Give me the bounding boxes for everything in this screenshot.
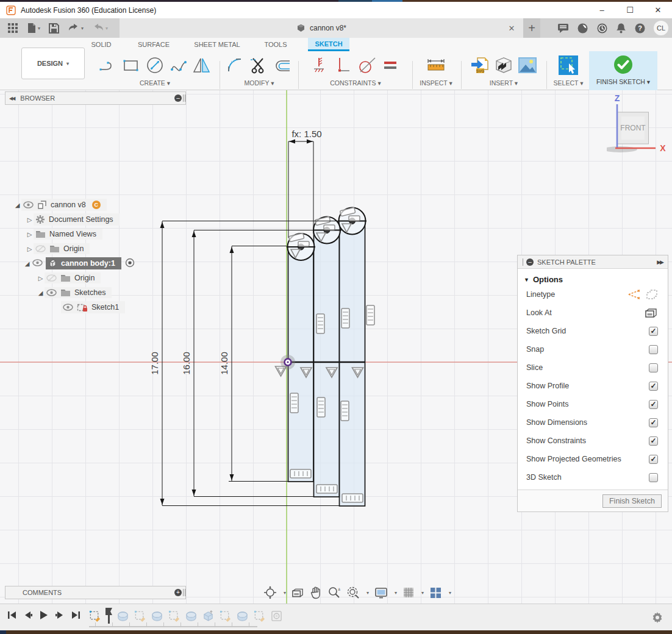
minimize-button[interactable]: – — [588, 2, 616, 18]
sketch-grid-checkbox[interactable] — [649, 327, 658, 336]
view-cube-face-label[interactable]: FRONT — [620, 124, 646, 132]
equal-constraint-icon[interactable] — [382, 57, 398, 73]
undo-icon[interactable]: ▾ — [65, 21, 86, 35]
insert-canvas-icon[interactable] — [518, 57, 537, 74]
projected-linetype-icon[interactable] — [646, 289, 658, 300]
redo-icon[interactable]: ▾ — [90, 21, 110, 35]
tree-item-label[interactable]: Origin — [63, 244, 84, 253]
show-constraints-checkbox[interactable] — [649, 436, 658, 446]
tree-item-origin[interactable]: ▷ Origin — [5, 241, 188, 256]
view-cube[interactable]: Z X FRONT — [607, 93, 671, 162]
notifications-bell-icon[interactable] — [616, 23, 626, 34]
show-profile-checkbox[interactable] — [649, 382, 658, 391]
new-tab-button[interactable]: + — [523, 18, 540, 38]
snap-checkbox[interactable] — [649, 345, 658, 354]
comment-icon[interactable] — [557, 23, 569, 34]
avatar[interactable]: CL — [654, 21, 668, 35]
show-points-checkbox[interactable] — [649, 400, 658, 409]
insert-mesh-icon[interactable] — [495, 55, 513, 75]
measure-tool-icon[interactable] — [426, 56, 446, 74]
document-tab[interactable]: cannon v8* ✕ — [120, 18, 523, 38]
tree-item-label[interactable]: Origin — [74, 274, 95, 282]
timeline-feature-sketch-icon[interactable] — [89, 610, 101, 622]
tree-item-label[interactable]: Named Views — [49, 230, 96, 238]
comments-panel-header[interactable]: COMMENTS + — [5, 586, 186, 599]
tree-item-named-views[interactable]: ▷ Named Views — [5, 227, 188, 241]
tab-sketch[interactable]: SKETCH — [308, 38, 349, 51]
tree-item-sketch1[interactable]: Sketch1 — [5, 300, 188, 315]
tree-item-label[interactable]: Sketch1 — [91, 303, 119, 312]
fix-constraint-icon[interactable] — [313, 56, 330, 74]
collapse-panel-icon[interactable]: ◀◀ — [9, 96, 14, 101]
tree-item-document-settings[interactable]: ▷ Document Settings — [5, 212, 188, 227]
insert-svg-icon[interactable]: SVG — [470, 55, 490, 75]
tree-item-component[interactable]: ◢ cannon body:1 — [5, 256, 188, 271]
origin-point[interactable] — [281, 355, 295, 369]
expanded-caret-icon[interactable]: ◢ — [13, 202, 21, 208]
spline-tool-icon[interactable] — [170, 56, 188, 74]
select-tool-icon[interactable] — [557, 54, 579, 76]
visibility-eye-icon[interactable] — [46, 289, 57, 296]
extensions-icon[interactable] — [577, 23, 588, 34]
show-dimensions-checkbox[interactable] — [649, 418, 658, 427]
sketch-canvas[interactable]: 17.00 16.00 14.00 fx: 1.50 — [0, 90, 672, 604]
tab-close-icon[interactable]: ✕ — [506, 23, 517, 34]
tree-item-sketches[interactable]: ◢ Sketches — [5, 285, 188, 300]
collapse-right-icon[interactable]: ▶▶ — [657, 259, 663, 265]
tree-item-origin-sub[interactable]: ▷ Origin — [5, 271, 188, 285]
timeline-step-forward-icon[interactable] — [55, 610, 65, 620]
offset-tool-icon[interactable] — [273, 56, 292, 74]
timeline-feature-extrude-icon[interactable] — [202, 610, 214, 622]
tab-sheet-metal[interactable]: SHEET METAL — [186, 38, 248, 51]
timeline-feature-hole-icon[interactable] — [271, 610, 282, 622]
panel-minus-icon[interactable]: – — [174, 94, 182, 102]
timeline-feature-sketch-icon[interactable] — [254, 610, 265, 622]
workspace-selector[interactable]: DESIGN▾ — [21, 48, 85, 79]
timeline-play-icon[interactable] — [39, 610, 49, 620]
finish-sketch-palette-button[interactable]: Finish Sketch — [602, 494, 662, 508]
timeline-feature-sketch-icon[interactable] — [168, 610, 180, 622]
help-icon[interactable]: ? — [634, 23, 646, 34]
rectangle-tool-icon[interactable] — [122, 56, 140, 74]
tree-item-label[interactable]: Document Settings — [49, 215, 113, 224]
sketch-palette-header[interactable]: – SKETCH PALETTE ▶▶ — [518, 255, 668, 269]
visibility-off-eye-icon[interactable] — [35, 245, 46, 252]
tree-item-label[interactable]: cannon v8 — [51, 201, 86, 209]
viewports-icon[interactable] — [429, 586, 442, 599]
timeline-feature-sketch-icon[interactable] — [220, 610, 231, 622]
zoom-icon[interactable]: ± — [327, 586, 341, 599]
visibility-eye-icon[interactable] — [63, 304, 73, 311]
tree-item-document[interactable]: ◢ cannon v8 C — [5, 198, 188, 212]
tree-item-label[interactable]: Sketches — [74, 288, 105, 297]
visibility-off-eye-icon[interactable] — [46, 274, 57, 282]
circle-tool-icon[interactable] — [145, 55, 165, 75]
fillet-tool-icon[interactable] — [226, 56, 245, 74]
expanded-caret-icon[interactable]: ◢ — [37, 290, 45, 296]
file-menu-icon[interactable]: ▾ — [24, 21, 43, 35]
vertical-horizontal-constraint-icon[interactable] — [335, 56, 352, 74]
maximize-button[interactable]: ☐ — [616, 2, 644, 18]
look-at-icon[interactable] — [291, 588, 304, 598]
timeline-track[interactable] — [89, 626, 257, 627]
collapsed-caret-icon[interactable]: ▷ — [26, 216, 34, 223]
timeline-feature-revolve-icon[interactable] — [237, 610, 248, 622]
modify-menu[interactable]: MODIFY ▾ — [223, 79, 295, 87]
app-grid-icon[interactable] — [5, 21, 21, 35]
tab-solid[interactable]: SOLID — [81, 38, 121, 51]
comments-plus-icon[interactable]: + — [174, 589, 182, 596]
barrel-profiles[interactable] — [288, 221, 365, 507]
inspect-menu[interactable]: INSPECT ▾ — [416, 79, 456, 87]
expanded-caret-icon[interactable]: ◢ — [23, 260, 31, 267]
pan-hand-icon[interactable] — [310, 586, 322, 599]
insert-menu[interactable]: INSERT ▾ — [465, 79, 543, 87]
palette-minus-icon[interactable]: – — [526, 258, 534, 266]
timeline-feature-revolve-icon[interactable] — [185, 610, 197, 622]
line-tool-icon[interactable] — [99, 56, 117, 74]
show-projected-geometries-checkbox[interactable] — [649, 455, 658, 464]
activate-component-radio-icon[interactable] — [125, 258, 135, 268]
timeline-feature-sketch-icon[interactable] — [134, 610, 146, 622]
tab-surface[interactable]: SURFACE — [130, 38, 177, 51]
finish-sketch-button[interactable]: FINISH SKETCH ▾ — [589, 51, 657, 90]
tree-item-label[interactable]: cannon body:1 — [61, 259, 115, 268]
look-at-icon[interactable] — [645, 308, 658, 318]
